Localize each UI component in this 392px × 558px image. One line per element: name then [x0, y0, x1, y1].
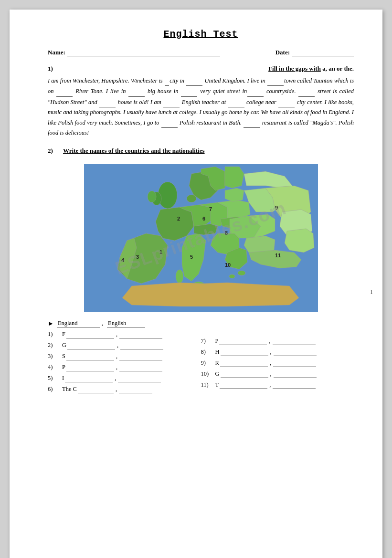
blank-11[interactable]	[278, 97, 295, 107]
svg-point-20	[229, 274, 235, 278]
example-item: ► England , English	[48, 320, 201, 327]
ci-fill2-3[interactable]	[119, 353, 162, 360]
svg-point-13	[176, 270, 183, 283]
svg-point-4	[158, 182, 177, 209]
country-item-8: 8) H ,	[201, 348, 354, 356]
ci-num-1: 1)	[48, 331, 61, 338]
country-item-2: 2) G ,	[48, 342, 201, 349]
ci-fill1-7[interactable]	[219, 337, 267, 345]
ci-num-8: 8)	[201, 348, 214, 356]
ci-num-7: 7)	[201, 337, 214, 345]
ci-fill2-11[interactable]	[273, 381, 316, 389]
svg-text:4: 4	[121, 257, 125, 263]
country-item-4: 4) P ,	[48, 364, 201, 371]
blank-2[interactable]	[267, 75, 284, 86]
ci-fill1-9[interactable]	[220, 359, 268, 367]
section1-passage: I am from Winchester, Hampshire. Winches…	[48, 75, 354, 138]
ci-fill2-10[interactable]	[274, 370, 317, 378]
blank-6[interactable]	[247, 86, 264, 96]
ci-fill1-6[interactable]	[78, 386, 114, 393]
ci-num-9: 9)	[201, 359, 214, 367]
date-section: Date:	[275, 48, 354, 56]
country-item-6: 6) The C ,	[48, 386, 201, 393]
header-row: Name: Date:	[48, 48, 354, 56]
blank-13[interactable]	[244, 117, 260, 128]
name-field[interactable]	[67, 48, 220, 56]
country-item-1: 1) F ,	[48, 331, 201, 338]
country-item-9: 9) R ,	[201, 359, 354, 367]
svg-text:8: 8	[225, 230, 228, 236]
ci-fill2-2[interactable]	[120, 342, 163, 349]
ci-fill2-6[interactable]	[119, 386, 152, 393]
ci-fill1-11[interactable]	[220, 381, 267, 389]
ci-fill2-7[interactable]	[273, 337, 316, 345]
example-nationality: English	[107, 320, 145, 327]
ci-fill1-2[interactable]	[67, 342, 115, 349]
ci-num-4: 4)	[48, 364, 61, 371]
ci-fill2-5[interactable]	[118, 375, 161, 382]
blank-7[interactable]	[298, 86, 315, 96]
page-number: 1	[370, 289, 373, 296]
svg-text:1: 1	[159, 249, 162, 255]
blank-5[interactable]	[181, 86, 197, 96]
country-item-10: 10) G ,	[201, 370, 354, 378]
blank-4[interactable]	[128, 86, 145, 96]
ci-fill2-4[interactable]	[119, 364, 162, 371]
country-item-11: 11) T ,	[201, 381, 354, 389]
svg-point-6	[148, 191, 156, 202]
ci-num-2: 2)	[48, 342, 61, 349]
blank-8[interactable]	[99, 97, 116, 107]
blank-12[interactable]	[161, 117, 178, 128]
europe-map: 1 2 3 4 5 6 7 8 9 10 11	[84, 164, 318, 312]
ci-fill2-8[interactable]	[274, 348, 317, 356]
blank-1[interactable]	[186, 75, 202, 86]
blank-city-prefix	[165, 75, 169, 86]
country-item-5: 5) I ,	[48, 375, 201, 382]
svg-text:5: 5	[190, 254, 193, 260]
svg-text:10: 10	[225, 262, 231, 268]
blank-10[interactable]	[228, 97, 244, 107]
countries-left-col: ► England , English 1) F , 2) G ,	[48, 320, 201, 397]
ci-num-10: 10)	[201, 370, 214, 378]
page: 1 English Test Name: Date: 1) Fill in th…	[10, 10, 382, 558]
ci-fill1-4[interactable]	[66, 364, 114, 371]
section-1: 1) Fill in the gaps with a, an or the. I…	[48, 65, 354, 138]
svg-marker-32	[122, 283, 299, 306]
name-label: Name:	[48, 49, 65, 56]
example-country: England	[57, 320, 100, 327]
ci-fill1-3[interactable]	[66, 353, 114, 360]
svg-text:6: 6	[202, 216, 205, 221]
date-field[interactable]	[292, 48, 354, 56]
section1-header: 1) Fill in the gaps with a, an or the.	[48, 65, 354, 73]
ci-num-6: 6)	[48, 386, 61, 393]
city-text: city	[170, 77, 178, 84]
blank-9[interactable]	[163, 97, 180, 107]
section-2: 2) Write the names of the countries and …	[48, 147, 354, 397]
countries-list: ► England , English 1) F , 2) G ,	[48, 320, 354, 397]
section1-number: 1)	[48, 65, 59, 73]
ci-fill1-8[interactable]	[221, 348, 268, 356]
country-item-7: 7) P ,	[201, 337, 354, 345]
svg-point-19	[238, 271, 245, 275]
name-section: Name:	[48, 48, 220, 56]
country-item-3: 3) S ,	[48, 353, 201, 360]
section2-title: Write the names of the countries and the…	[63, 147, 205, 155]
svg-marker-29	[285, 229, 314, 253]
svg-point-33	[187, 195, 196, 202]
blank-3[interactable]	[56, 86, 73, 96]
ci-fill1-10[interactable]	[221, 370, 268, 378]
date-label: Date:	[275, 49, 290, 56]
ci-fill2-9[interactable]	[273, 359, 316, 367]
map-container: 1 2 3 4 5 6 7 8 9 10 11 ESLprintables.co…	[84, 164, 318, 312]
section2-number: 2)	[48, 147, 59, 155]
svg-marker-24	[225, 188, 244, 201]
section1-instruction: Fill in the gaps with a, an or the.	[268, 65, 354, 73]
arrow-bullet: ►	[48, 320, 54, 327]
ci-fill1-5[interactable]	[65, 375, 113, 382]
svg-text:3: 3	[136, 254, 139, 260]
svg-text:2: 2	[177, 216, 180, 221]
ci-fill1-1[interactable]	[66, 331, 114, 338]
svg-marker-23	[225, 167, 244, 188]
ci-num-11: 11)	[201, 381, 214, 389]
ci-fill2-1[interactable]	[119, 331, 162, 338]
